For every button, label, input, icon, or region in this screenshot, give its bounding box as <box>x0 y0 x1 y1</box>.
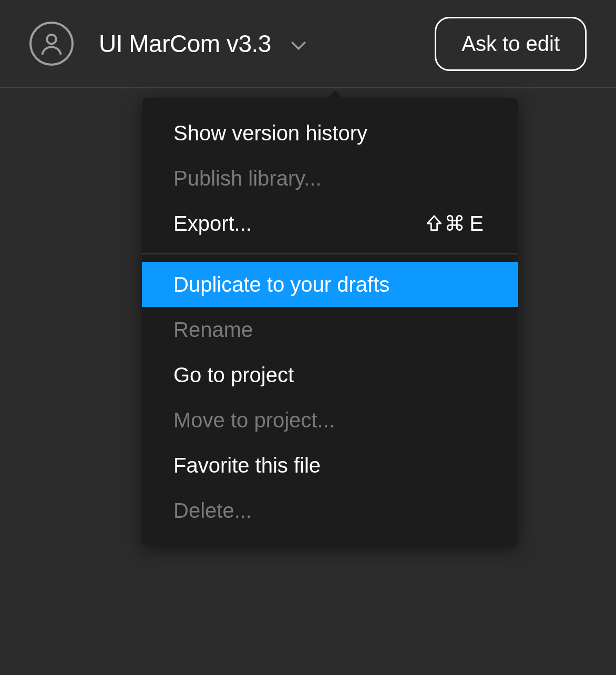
shortcut-key: E <box>469 212 487 236</box>
menu-item-label: Rename <box>173 318 253 342</box>
avatar[interactable] <box>29 22 74 66</box>
menu-item-label: Publish library... <box>173 167 322 190</box>
menu-item-move-to-project: Move to project... <box>142 397 518 443</box>
menu-item-label: Delete... <box>173 499 252 523</box>
shortcut-cmd: ⌘ <box>444 211 468 236</box>
menu-item-label: Move to project... <box>173 408 335 432</box>
menu-item-publish-library: Publish library... <box>142 156 518 201</box>
menu-item-label: Export... <box>173 212 252 236</box>
file-context-menu: Show version history Publish library... … <box>142 98 518 546</box>
menu-item-label: Go to project <box>173 363 294 387</box>
ask-to-edit-button[interactable]: Ask to edit <box>435 17 587 71</box>
header: UI MarCom v3.3 Ask to edit <box>0 0 616 88</box>
user-icon <box>38 30 65 57</box>
menu-item-shortcut: ⌘ E <box>425 211 487 236</box>
menu-divider <box>142 253 518 254</box>
file-title-group[interactable]: UI MarCom v3.3 <box>99 29 306 58</box>
menu-item-label: Favorite this file <box>173 454 321 477</box>
shift-key-icon <box>425 214 443 232</box>
menu-item-version-history[interactable]: Show version history <box>142 110 518 156</box>
menu-item-go-to-project[interactable]: Go to project <box>142 352 518 397</box>
chevron-down-icon <box>291 41 306 50</box>
menu-item-delete: Delete... <box>142 488 518 533</box>
menu-item-rename: Rename <box>142 307 518 352</box>
menu-item-favorite[interactable]: Favorite this file <box>142 443 518 488</box>
menu-item-label: Duplicate to your drafts <box>173 273 389 296</box>
menu-item-duplicate-drafts[interactable]: Duplicate to your drafts <box>142 262 518 307</box>
menu-item-export[interactable]: Export... ⌘ E <box>142 201 518 246</box>
svg-point-0 <box>47 35 56 44</box>
menu-item-label: Show version history <box>173 121 367 145</box>
file-title: UI MarCom v3.3 <box>99 29 271 58</box>
